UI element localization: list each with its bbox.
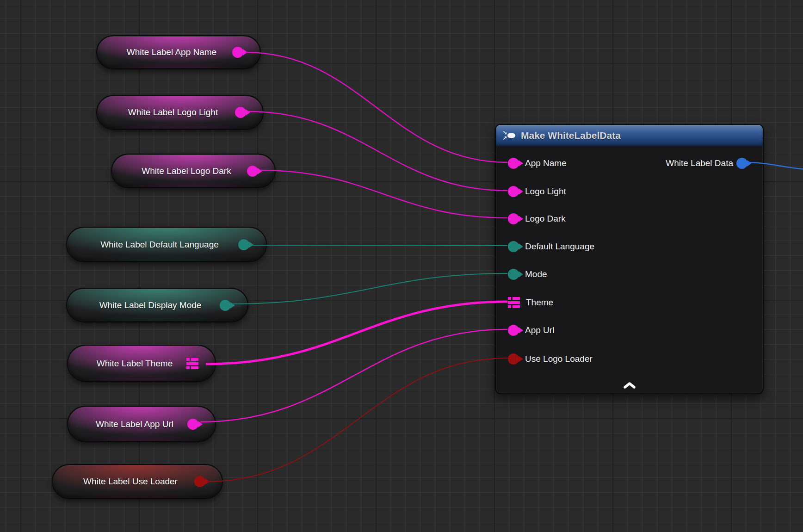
input-pin-row[interactable]: Use Logo Loader xyxy=(496,349,763,369)
wire-app-url[interactable] xyxy=(200,329,507,422)
struct-input-pin[interactable] xyxy=(508,297,520,308)
input-pin-row[interactable]: Logo Light xyxy=(496,182,763,201)
wire-use-loader[interactable] xyxy=(207,358,507,482)
enum-input-pin[interactable] xyxy=(508,269,519,280)
wire-logo-dark[interactable] xyxy=(260,170,507,218)
var-node-label: White Label Theme xyxy=(81,359,202,369)
chevron-up-icon xyxy=(622,382,637,389)
var-node-white-label-logo-dark[interactable]: White Label Logo Dark xyxy=(111,154,276,188)
var-node-white-label-theme[interactable]: White Label Theme xyxy=(67,345,216,382)
var-node-white-label-app-url[interactable]: White Label App Url xyxy=(67,406,216,442)
wire-default-language[interactable] xyxy=(251,245,507,246)
var-node-label: White Label Logo Light xyxy=(112,107,247,118)
var-node-white-label-logo-light[interactable]: White Label Logo Light xyxy=(96,95,264,130)
node-title: Make WhiteLabelData xyxy=(521,130,621,141)
var-node-label: White Label Default Language xyxy=(85,240,248,250)
string-input-pin[interactable] xyxy=(508,186,519,197)
var-node-label: White Label App Url xyxy=(80,419,203,429)
string-input-pin[interactable] xyxy=(508,213,519,224)
node-header[interactable]: ↘↗ Make WhiteLabelData xyxy=(496,125,763,146)
var-node-white-label-use-loader[interactable]: White Label Use Loader xyxy=(52,464,223,499)
var-node-white-label-default-language[interactable]: White Label Default Language xyxy=(66,227,267,262)
string-input-pin[interactable] xyxy=(508,325,519,336)
pin-label: Default Language xyxy=(525,241,594,252)
var-node-label: White Label Display Mode xyxy=(84,300,231,310)
wire-display-mode[interactable] xyxy=(233,273,507,304)
make-struct-icon: ↘↗ xyxy=(502,130,516,142)
input-pin-row[interactable]: Default Language xyxy=(496,237,763,256)
string-output-pin[interactable] xyxy=(235,107,246,118)
var-node-white-label-display-mode[interactable]: White Label Display Mode xyxy=(66,288,248,322)
string-input-pin[interactable] xyxy=(508,158,519,169)
input-pin-row[interactable]: Mode xyxy=(496,265,763,284)
var-node-white-label-app-name[interactable]: White Label App Name xyxy=(96,35,261,69)
pin-label: White Label Data xyxy=(666,158,733,168)
pin-label: App Url xyxy=(525,325,554,335)
struct-output-pin[interactable] xyxy=(186,358,198,369)
input-pin-row[interactable]: App Url xyxy=(496,321,763,340)
pin-label: App Name xyxy=(525,158,567,168)
blueprint-graph-canvas[interactable]: White Label App Name White Label Logo Li… xyxy=(0,0,803,532)
struct-object-output-pin[interactable] xyxy=(736,158,747,169)
enum-output-pin[interactable] xyxy=(220,300,231,311)
make-whitelabeldata-node[interactable]: ↘↗ Make WhiteLabelData App Name Logo Lig… xyxy=(495,124,764,394)
input-pin-row[interactable]: Theme xyxy=(496,293,763,312)
var-node-label: White Label App Name xyxy=(111,47,246,57)
collapse-node-button[interactable] xyxy=(619,380,640,390)
pin-label: Logo Dark xyxy=(525,214,566,224)
string-output-pin[interactable] xyxy=(247,166,258,177)
pin-label: Theme xyxy=(526,297,553,308)
var-node-label: White Label Logo Dark xyxy=(126,166,260,176)
pin-label: Use Logo Loader xyxy=(525,354,593,364)
string-output-pin[interactable] xyxy=(232,47,243,58)
pin-label: Mode xyxy=(525,269,547,279)
boolean-output-pin[interactable] xyxy=(194,476,205,487)
input-pin-row[interactable]: Logo Dark xyxy=(496,209,763,229)
wire-app-name[interactable] xyxy=(245,52,507,162)
wire-logo-light[interactable] xyxy=(248,111,507,191)
string-output-pin[interactable] xyxy=(187,419,198,430)
enum-output-pin[interactable] xyxy=(238,239,249,250)
enum-input-pin[interactable] xyxy=(508,241,519,252)
boolean-input-pin[interactable] xyxy=(508,353,519,365)
var-node-label: White Label Use Loader xyxy=(68,476,207,487)
pin-label: Logo Light xyxy=(525,186,566,197)
